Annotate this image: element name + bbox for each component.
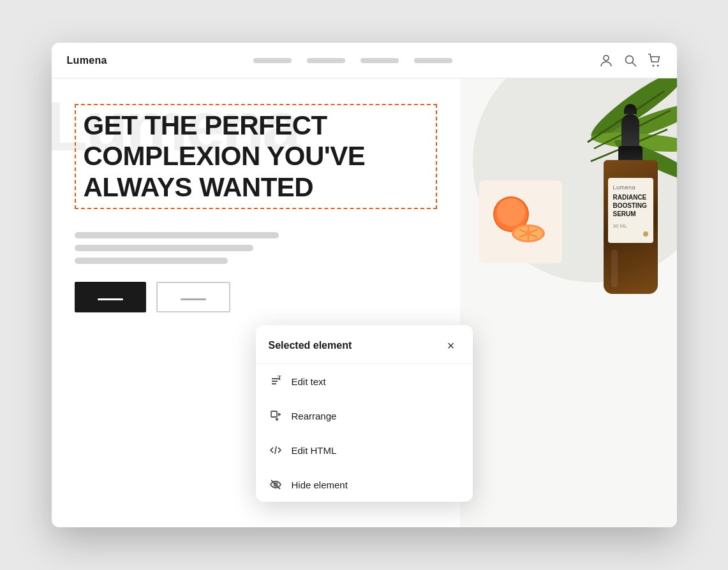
svg-point-20 [525,230,531,237]
hide-element-label: Hide element [292,479,348,490]
desc-line-3 [75,258,228,264]
secondary-cta-button[interactable] [156,282,230,312]
primary-cta-button[interactable] [75,282,146,312]
context-menu: Selected element × T Edit text [256,325,473,502]
nav-item-1 [253,58,292,63]
nav-item-2 [307,58,345,63]
menu-item-rearrange[interactable]: Rearrange [256,398,473,433]
context-menu-header: Selected element × [256,325,473,364]
edit-text-icon: T [269,374,283,388]
svg-rect-25 [271,411,277,417]
bottle-cap [618,146,643,160]
description-lines [75,232,437,264]
product-section: Lumena RADIANCEBOOSTINGSERUM 30 ML [460,78,677,527]
nav-item-4 [414,58,452,63]
svg-line-2 [632,62,636,66]
serum-bottle: Lumena RADIANCEBOOSTINGSERUM 30 ML [604,104,658,294]
edit-html-label: Edit HTML [292,445,337,456]
bottle-label: Lumena RADIANCEBOOSTINGSERUM 30 ML [608,178,653,243]
svg-point-4 [657,64,658,66]
close-button[interactable]: × [442,337,460,354]
desc-line-1 [75,232,279,238]
edit-html-icon [269,443,283,457]
bottle-body: Lumena RADIANCEBOOSTINGSERUM 30 ML [604,160,658,294]
label-dot [643,231,648,237]
svg-point-0 [604,55,609,61]
context-menu-title: Selected element [269,340,352,351]
svg-text:T: T [278,376,281,381]
browser-window: Lumena [52,43,677,527]
edit-text-label: Edit text [292,376,326,387]
hero-headline: GET THE PERFECT COMPLEXION YOU'VE ALWAYS… [84,110,428,203]
brand-logo: Lumena [67,55,107,66]
account-icon[interactable] [599,54,613,68]
menu-item-edit-html[interactable]: Edit HTML [256,433,473,467]
page-content: Lumena GET THE PERFECT COMPLEXION YOU'VE… [52,78,677,527]
search-icon[interactable] [623,54,637,68]
hide-element-icon [269,478,283,492]
desc-line-2 [75,245,253,251]
bottle-dropper-top [624,104,637,114]
cta-buttons [75,282,437,312]
menu-item-hide-element[interactable]: Hide element [256,467,473,502]
bottle-dropper-body [621,114,639,146]
label-product-name: RADIANCEBOOSTINGSERUM [613,193,648,218]
label-brand: Lumena [613,184,648,191]
nav-item-3 [360,58,399,63]
header-icons [599,54,662,68]
label-size: 30 ML [613,223,648,229]
citrus-card [479,180,562,263]
svg-point-3 [652,64,654,66]
svg-point-1 [625,55,633,63]
rearrange-label: Rearrange [292,411,337,421]
svg-point-14 [497,198,525,226]
citrus-illustration [489,190,553,254]
selected-text-element[interactable]: GET THE PERFECT COMPLEXION YOU'VE ALWAYS… [75,104,437,209]
nav-placeholder [117,58,589,63]
bottle-shine [611,249,618,288]
rearrange-icon [269,409,283,423]
browser-topbar: Lumena [52,43,677,78]
menu-item-edit-text[interactable]: T Edit text [256,364,473,398]
svg-line-26 [275,446,276,454]
cart-icon[interactable] [648,54,662,68]
